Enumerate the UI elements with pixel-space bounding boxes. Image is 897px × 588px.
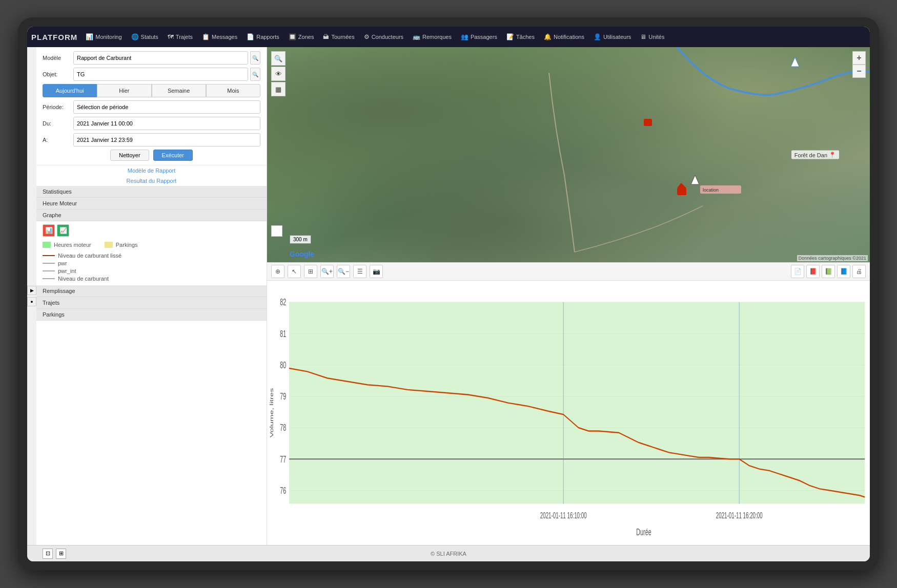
- google-logo: Google: [290, 250, 314, 258]
- nav-item-statuts[interactable]: 🌐Statuts: [127, 31, 162, 43]
- link-resultat[interactable]: Resultat du Rapport: [36, 176, 267, 186]
- statuts-icon: 🌐: [131, 33, 139, 40]
- nav-item-remorques[interactable]: 🚌Remorques: [409, 31, 456, 43]
- bottom-icon-grid[interactable]: ⊞: [56, 549, 66, 559]
- legend-heures-moteur: Heures moteur Parkings: [43, 242, 260, 248]
- trajets-icon: 🗺: [168, 33, 174, 40]
- objet-search-icon[interactable]: 🔍: [250, 68, 260, 81]
- map-white-square: [271, 225, 282, 237]
- chart-tool-zoom-in[interactable]: 🔍+: [320, 265, 334, 278]
- a-input[interactable]: [73, 133, 260, 146]
- btn-aujourdhui[interactable]: Aujourd'hui: [43, 84, 97, 97]
- nav-item-messages[interactable]: 📋Messages: [198, 31, 241, 43]
- nav-item-monitoring[interactable]: 📊Monitoring: [81, 31, 126, 43]
- messages-icon: 📋: [202, 33, 210, 40]
- map-zoom-in[interactable]: +: [852, 51, 866, 65]
- map-zoom-out[interactable]: −: [852, 65, 866, 78]
- taches-icon: 📝: [506, 33, 514, 40]
- screen: PLATFORM 📊Monitoring🌐Statuts🗺Trajets📋Mes…: [27, 27, 870, 561]
- nav-item-conducteurs[interactable]: ⚙Conducteurs: [360, 31, 407, 43]
- map-tool-layers[interactable]: ▦: [271, 82, 286, 96]
- app-logo: PLATFORM: [31, 33, 77, 41]
- nav-item-taches[interactable]: 📝Tâches: [502, 31, 539, 43]
- periode-select[interactable]: Sélection de période: [73, 100, 260, 114]
- svg-text:81: 81: [280, 329, 286, 339]
- graph-icon-red[interactable]: 📊: [43, 224, 55, 237]
- statistiques-header[interactable]: Statistiques: [36, 186, 267, 198]
- chart-container: 82 81 80 79 78 77 76 Volume, litres: [267, 281, 870, 545]
- map-tool-eye[interactable]: 👁: [271, 67, 286, 81]
- graph-icons: 📊 📈: [36, 221, 267, 240]
- chart-tool-list[interactable]: ☰: [353, 265, 366, 278]
- objet-select[interactable]: TG: [73, 68, 248, 81]
- du-row: Du:: [43, 117, 260, 130]
- btn-hier[interactable]: Hier: [97, 84, 151, 97]
- legend-line-pwr: [43, 263, 55, 264]
- du-input[interactable]: [73, 117, 260, 130]
- legend-section: Heures moteur Parkings Niveau de carbura…: [36, 240, 267, 285]
- statuts-label: Statuts: [141, 34, 158, 40]
- chart-tool-select[interactable]: ⊕: [271, 265, 284, 278]
- modele-select[interactable]: Rapport de Carburant: [73, 51, 248, 65]
- monitoring-icon: 📊: [86, 33, 93, 40]
- modele-search-icon[interactable]: 🔍: [250, 51, 260, 65]
- chart-tool-camera[interactable]: 📷: [370, 265, 383, 278]
- svg-text:79: 79: [280, 391, 286, 401]
- zones-label: Zones: [298, 34, 314, 40]
- legend-niveau-carburant: Niveau de carburant: [43, 276, 260, 282]
- svg-text:Volume, litres: Volume, litres: [269, 388, 274, 437]
- map-container: location 🔍 👁 ▦ + −: [267, 47, 870, 262]
- remorques-icon: 🚌: [413, 33, 420, 40]
- map-tool-search[interactable]: 🔍: [271, 51, 286, 66]
- graphe-header[interactable]: Graphe: [36, 209, 267, 221]
- zones-icon: 🔲: [289, 33, 296, 40]
- nav-item-utilisateurs[interactable]: 👤Utilisateurs: [589, 31, 635, 43]
- sidebar: Modèle Rapport de Carburant 🔍 Objet:: [36, 47, 267, 545]
- nav-item-trajets[interactable]: 🗺Trajets: [164, 31, 197, 43]
- remplissage-header[interactable]: Remplissage: [36, 285, 267, 297]
- chart-tool-zoom-region[interactable]: ⊞: [304, 265, 317, 278]
- notifications-icon: 🔔: [544, 33, 552, 40]
- chart-export-2[interactable]: 📕: [806, 265, 820, 278]
- graph-icon-green[interactable]: 📈: [57, 224, 69, 237]
- chart-export-1[interactable]: 📄: [791, 265, 804, 278]
- nav-item-tournees[interactable]: 🏔Tournées: [319, 31, 358, 43]
- nav-item-unites[interactable]: 🖥Unités: [636, 31, 668, 43]
- link-modele[interactable]: Modèle de Rapport: [36, 165, 267, 176]
- messages-label: Messages: [212, 34, 237, 40]
- svg-text:77: 77: [280, 454, 286, 464]
- btn-nettoyer[interactable]: Nettoyer: [110, 150, 149, 161]
- copyright: © SLI AFRIKA: [431, 551, 466, 557]
- svg-text:82: 82: [280, 298, 286, 307]
- right-panel: location 🔍 👁 ▦ + −: [267, 47, 870, 545]
- nav-item-zones[interactable]: 🔲Zones: [284, 31, 318, 43]
- modele-row: Modèle Rapport de Carburant 🔍: [43, 51, 260, 65]
- chart-export-4[interactable]: 📘: [837, 265, 850, 278]
- chart-tool-pointer[interactable]: ↖: [288, 265, 301, 278]
- btn-semaine[interactable]: Semaine: [152, 84, 206, 97]
- btn-mois[interactable]: Mois: [206, 84, 260, 97]
- svg-text:location: location: [703, 187, 719, 193]
- trajets-header[interactable]: Trajets: [36, 297, 267, 309]
- a-row: A:: [43, 133, 260, 146]
- svg-text:2021-01-11 16:10:00: 2021-01-11 16:10:00: [540, 511, 587, 520]
- edge-icon-1[interactable]: ▶: [27, 286, 36, 295]
- nav-item-rapports[interactable]: 📄Rapports: [242, 31, 283, 43]
- parkings-header[interactable]: Parkings: [36, 309, 267, 321]
- unites-label: Unités: [648, 34, 664, 40]
- chart-print[interactable]: 🖨: [852, 265, 866, 278]
- chart-export-3[interactable]: 📗: [822, 265, 835, 278]
- nav-item-passagers[interactable]: 👥Passagers: [457, 31, 501, 43]
- objet-label: Objet:: [43, 71, 73, 77]
- nav-item-notifications[interactable]: 🔔Notifications: [540, 31, 588, 43]
- rapports-icon: 📄: [247, 33, 254, 40]
- svg-marker-2: [791, 57, 799, 67]
- objet-row: Objet: TG 🔍: [43, 68, 260, 81]
- btn-executer[interactable]: Exécuter: [153, 150, 193, 161]
- bottom-icon-square[interactable]: ⊡: [43, 549, 53, 559]
- trajets-label: Trajets: [176, 34, 193, 40]
- legend-line-niveau: [43, 255, 55, 256]
- edge-icon-2[interactable]: ●: [27, 297, 36, 306]
- heure-moteur-header[interactable]: Heure Moteur: [36, 198, 267, 209]
- chart-tool-zoom-out[interactable]: 🔍−: [337, 265, 350, 278]
